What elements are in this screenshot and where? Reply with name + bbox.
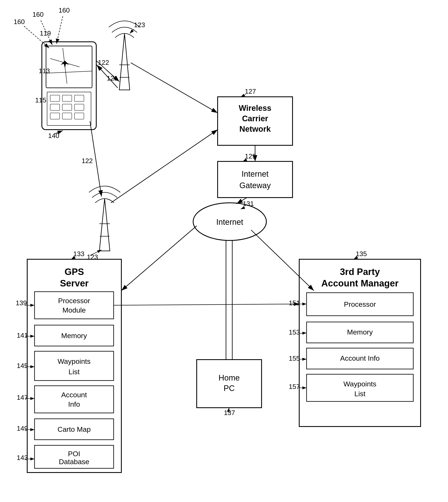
internet-gateway-label: Internet: [242, 169, 269, 178]
label-145: 145: [17, 362, 28, 369]
label-160-3: 160: [59, 6, 70, 14]
gps-server-title2: Server: [60, 278, 89, 288]
processor-module-label2: Module: [62, 306, 86, 314]
label-131: 131: [243, 200, 254, 207]
internet-gateway-label2: Gateway: [239, 181, 271, 190]
diagram: 113 115 140 160 160 160 119 123 123 122 …: [0, 0, 448, 502]
home-pc-label: Home: [218, 373, 240, 382]
label-137: 137: [224, 409, 235, 416]
svg-rect-14: [75, 104, 84, 110]
label-115: 115: [35, 96, 46, 104]
account-info-gps-label2: Info: [68, 400, 80, 408]
wireless-carrier-label: Wireless: [239, 104, 272, 112]
label-143: 143: [17, 454, 28, 461]
label-151: 151: [289, 299, 300, 307]
label-135: 135: [356, 250, 367, 258]
account-info-3p-label: Account Info: [340, 354, 380, 362]
waypoints-list-label2: List: [69, 368, 80, 376]
svg-rect-3: [46, 46, 92, 88]
svg-rect-15: [50, 113, 60, 119]
label-139: 139: [16, 299, 27, 307]
svg-rect-12: [50, 104, 60, 110]
wireless-carrier-label3: Network: [239, 125, 271, 133]
poi-database-label: POI: [68, 450, 80, 458]
processor-module-label: Processor: [58, 297, 90, 305]
label-129: 129: [245, 152, 256, 160]
label-153: 153: [289, 328, 300, 336]
svg-rect-37: [218, 161, 292, 198]
label-122-1: 122: [98, 59, 109, 66]
svg-line-33: [131, 63, 218, 113]
label-127: 127: [245, 88, 256, 95]
waypoints-list-label: Waypoints: [58, 357, 90, 365]
third-party-title2: Account Manager: [321, 278, 399, 288]
third-party-title: 3rd Party: [340, 267, 380, 277]
label-123-1: 123: [134, 21, 145, 29]
svg-line-21: [57, 16, 63, 44]
label-160-1: 160: [14, 18, 25, 26]
svg-marker-22: [119, 33, 130, 90]
svg-rect-13: [62, 104, 72, 110]
label-122-2: 122: [82, 157, 93, 165]
label-160-2: 160: [32, 11, 44, 18]
waypoints-list-3p-label: Waypoints: [343, 380, 376, 388]
processor-3p-label: Processor: [344, 300, 376, 308]
svg-line-25: [130, 29, 134, 33]
gps-server-title: GPS: [65, 267, 84, 277]
label-121: 121: [107, 75, 118, 82]
svg-rect-9: [50, 95, 60, 101]
account-info-gps-label: Account: [61, 391, 87, 399]
home-pc-label2: PC: [224, 384, 235, 393]
label-157: 157: [289, 383, 300, 390]
svg-rect-11: [75, 95, 84, 101]
label-147: 147: [17, 394, 28, 401]
svg-rect-67: [197, 360, 262, 408]
internet-label: Internet: [216, 218, 243, 227]
label-140: 140: [48, 132, 59, 139]
label-133: 133: [73, 250, 84, 258]
memory-3p-label: Memory: [347, 328, 373, 336]
svg-line-34: [111, 130, 218, 203]
waypoints-list-3p-label2: List: [354, 390, 366, 398]
label-155: 155: [289, 355, 300, 362]
svg-rect-16: [62, 113, 72, 119]
svg-rect-51: [34, 386, 114, 413]
svg-rect-10: [62, 95, 72, 101]
svg-rect-17: [75, 113, 84, 119]
svg-rect-49: [34, 351, 114, 380]
label-113: 113: [39, 67, 50, 75]
label-119: 119: [40, 30, 51, 37]
svg-line-73: [114, 304, 299, 305]
label-141: 141: [17, 332, 28, 339]
svg-line-69: [121, 226, 197, 291]
poi-database-label2: Database: [59, 458, 89, 466]
svg-rect-45: [34, 292, 114, 319]
memory-gps-label: Memory: [61, 332, 87, 340]
label-149: 149: [17, 425, 28, 432]
svg-marker-26: [99, 199, 110, 251]
carto-map-label: Carto Map: [58, 425, 91, 433]
wireless-carrier-label2: Carrier: [242, 114, 268, 123]
